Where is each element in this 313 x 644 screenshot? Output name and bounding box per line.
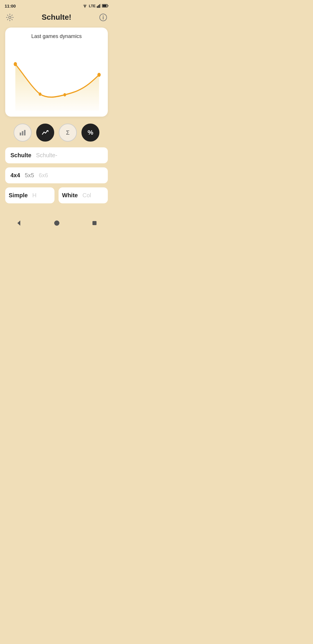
mode-option-simple[interactable]: Simple [9,192,32,199]
mode-option-h[interactable]: H [32,192,41,199]
percent-icon: % [88,129,93,136]
battery-icon [102,4,108,8]
chart-card: Last games dynamics [5,28,108,117]
nav-back-button[interactable] [16,220,22,226]
tab-line-chart[interactable] [36,124,54,142]
info-icon [99,13,107,21]
app-title: Schulte! [42,13,72,22]
nav-recents-button[interactable] [92,220,97,226]
status-icons: LTE [82,4,108,8]
sigma-icon: Σ [66,129,70,136]
svg-rect-2 [98,5,99,8]
home-circle-icon [54,220,60,226]
tab-row: Σ % [8,124,105,142]
nav-home-button[interactable] [54,220,60,226]
game-option-schulte[interactable]: Schulte [10,152,36,159]
chart-title: Last games dynamics [10,33,103,39]
settings-button[interactable] [6,13,14,21]
line-chart-icon [42,129,49,136]
gear-icon [6,13,14,21]
tab-bar-chart[interactable] [14,124,32,142]
svg-point-11 [103,15,103,16]
chart-area [10,44,103,111]
svg-point-12 [14,62,17,66]
size-option-4x4[interactable]: 4x4 [10,172,25,179]
bar-chart-icon [19,129,26,136]
status-time: 11:00 [5,3,16,8]
color-option-col[interactable]: Col [82,192,96,199]
lte-label: LTE [89,4,96,8]
size-option-6x6[interactable]: 6x6 [39,172,53,179]
nav-bar [0,215,113,232]
svg-rect-18 [24,130,26,135]
svg-rect-21 [92,221,97,225]
tab-percent[interactable]: % [81,124,99,142]
info-button[interactable] [99,13,107,21]
mode-selector[interactable]: Simple H [5,187,54,203]
size-selector[interactable]: 4x4 5x5 6x6 [5,167,108,183]
svg-point-13 [39,93,41,96]
svg-point-20 [54,220,59,226]
size-option-5x5[interactable]: 5x5 [25,172,39,179]
svg-rect-3 [99,4,100,8]
svg-rect-1 [97,6,98,8]
svg-point-8 [9,16,11,19]
signal-icon [97,4,101,8]
recents-icon [92,220,97,226]
color-selector[interactable]: White Col [59,187,108,203]
svg-marker-19 [17,220,20,226]
game-selector[interactable]: Schulte Schulte- [5,147,108,163]
svg-point-15 [97,73,101,77]
svg-point-0 [85,7,85,8]
wifi-icon [82,4,88,8]
svg-rect-17 [22,131,23,135]
color-option-white[interactable]: White [62,192,82,199]
status-bar: 11:00 LTE [0,0,113,10]
chart-svg [10,44,103,111]
svg-rect-6 [103,5,107,7]
svg-point-14 [63,93,66,97]
mode-color-row: Simple H White Col [5,187,108,203]
svg-rect-7 [108,5,108,6]
back-icon [16,220,22,226]
svg-rect-4 [100,4,101,8]
tab-sigma[interactable]: Σ [59,124,77,142]
top-bar: Schulte! [0,10,113,25]
game-option-schulte2[interactable]: Schulte- [36,152,62,159]
svg-rect-16 [20,133,21,135]
